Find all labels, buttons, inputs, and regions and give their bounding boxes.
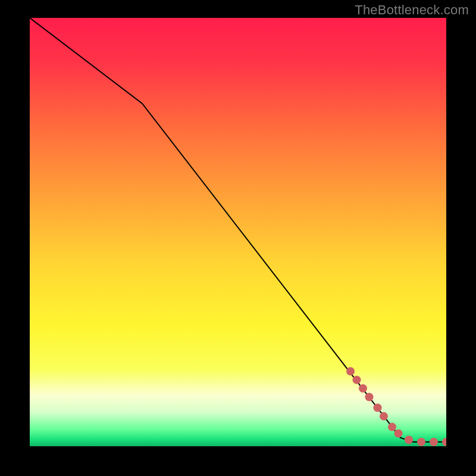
chart-container: TheBottleneck.com [0, 0, 476, 476]
attribution-text: TheBottleneck.com [355, 2, 469, 18]
plot-area [30, 18, 446, 446]
data-points [30, 18, 446, 446]
